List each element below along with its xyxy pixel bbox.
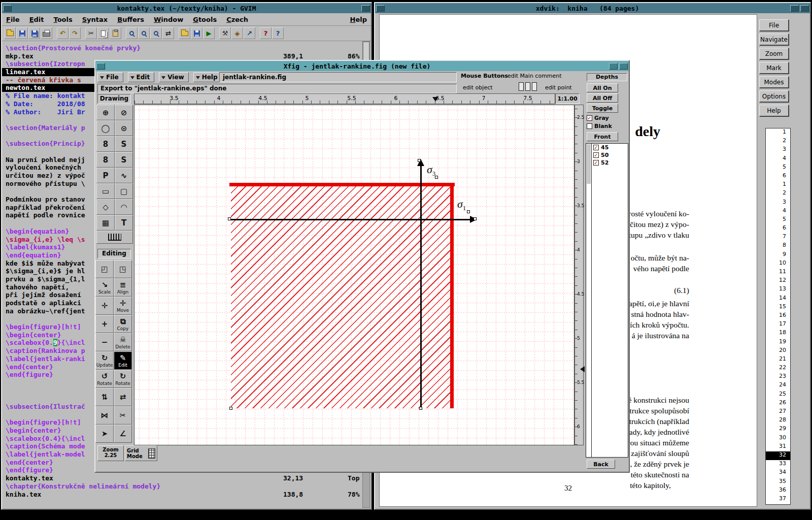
xfig-menu-help[interactable]: Help [193, 72, 222, 82]
gvim-toolbar-save-session-button[interactable] [191, 27, 202, 39]
gvim-toolbar-jump-tag-button[interactable]: ↗ [244, 27, 255, 39]
page-list-item[interactable]: 8 [766, 242, 790, 250]
depth-list-item[interactable]: ✓50 [593, 151, 628, 159]
tool-polyline[interactable]: ∿ [115, 168, 133, 183]
maximize-button[interactable] [361, 5, 370, 12]
gvim-menu-file[interactable]: File [6, 16, 20, 23]
page-list-item[interactable]: 35 [766, 478, 790, 486]
gvim-toolbar-save-button[interactable] [16, 27, 28, 39]
page-list-item[interactable]: 29 [766, 425, 790, 434]
gvim-toolbar-find-prev-button[interactable] [150, 27, 162, 39]
gvim-toolbar-find-next-button[interactable] [138, 27, 150, 39]
tool-convert[interactable]: ⋈ [95, 406, 114, 425]
gvim-toolbar-paste-button[interactable] [110, 27, 121, 39]
page-list-item[interactable]: 27 [766, 408, 790, 416]
gvim-toolbar-build-tags-button[interactable]: ◈ [231, 27, 243, 39]
page-list-item[interactable]: 18 [766, 329, 790, 338]
page-list-item[interactable]: 34 [766, 469, 790, 477]
tool-closed-interp-spline[interactable]: 8 [96, 152, 115, 168]
gvim-menu-edit[interactable]: Edit [29, 16, 44, 23]
gvim-toolbar-redo-button[interactable]: ↷ [69, 27, 81, 39]
page-list-item[interactable]: 15 [766, 303, 790, 312]
page-list-item[interactable]: 20 [766, 347, 790, 355]
gvim-toolbar-find-button[interactable] [126, 27, 138, 39]
tool-scale[interactable]: ↘Scale [95, 278, 114, 297]
window-menu-button[interactable] [3, 5, 12, 12]
page-list-item[interactable]: 7 [766, 233, 790, 242]
tool-tangent[interactable]: ∠ [114, 425, 132, 443]
page-list-item[interactable]: 6 [766, 224, 790, 233]
tool-polygon[interactable]: P [96, 168, 115, 183]
page-list-item[interactable]: 1 [766, 181, 790, 189]
depth-list-item[interactable]: ✓45 [593, 144, 628, 151]
depths-blank-checkbox[interactable]: Blank [587, 122, 612, 130]
xdvi-titlebar[interactable]: xdvik: kniha (84 pages) [375, 3, 810, 13]
xdvi-zoom-button[interactable]: Zoom [759, 48, 789, 59]
page-list-item[interactable]: 12 [766, 277, 790, 285]
tool-ellipse-by-radius[interactable]: ◯ [96, 120, 115, 136]
depths-all-off-button[interactable]: All Off [587, 93, 618, 103]
page-list-item[interactable]: 6 [766, 172, 790, 181]
page-list-item[interactable]: 4 [766, 155, 790, 164]
tool-copy[interactable]: ⧉Copy [114, 315, 132, 333]
gvim-titlebar[interactable]: kontakty.tex (~/texty/kniha) - GVIM [2, 3, 371, 13]
front-button[interactable]: Front [587, 132, 618, 141]
tool-open-compound[interactable]: ◳ [114, 260, 132, 278]
page-list-item[interactable]: 3 [766, 199, 790, 207]
tool-align[interactable]: ≡Align [114, 278, 132, 297]
page-list-item[interactable]: 9 [766, 251, 790, 259]
tool-circle-by-radius[interactable]: ⊕ [96, 105, 115, 120]
tool-move[interactable]: ✛Move [114, 297, 132, 315]
tool-closed-spline[interactable]: 8 [96, 136, 115, 152]
iconify-button[interactable] [609, 63, 618, 70]
gvim-toolbar-save-all-button[interactable] [28, 27, 40, 39]
page-list-item[interactable]: 21 [766, 355, 790, 364]
gvim-menu-buffers[interactable]: Buffers [117, 16, 144, 23]
gvim-toolbar-load-session-button[interactable] [179, 27, 190, 39]
xfig-canvas[interactable]: σ3 σ1 [134, 105, 574, 445]
tool-box[interactable]: ▭ [96, 183, 115, 199]
depth-list-scrollbar[interactable] [586, 144, 592, 457]
tool-rotate-cw[interactable]: ↻Rotate [114, 370, 132, 388]
zoom-control[interactable]: Zoom 2.25 [97, 445, 124, 461]
page-list-item[interactable]: 17 [766, 320, 790, 329]
tool-add-arrow[interactable]: ➤ [95, 425, 114, 443]
page-list[interactable]: 1234561234567891011121314151617181920212… [765, 128, 791, 505]
back-button[interactable]: Back [587, 460, 615, 469]
tool-flip-vertical[interactable]: ⇅ [95, 388, 114, 406]
tool-arc[interactable]: ◠ [115, 199, 133, 215]
gvim-toolbar-make-button[interactable]: ⚒ [219, 27, 231, 39]
tool-picture[interactable]: ▦ [96, 215, 115, 231]
page-list-item[interactable]: 5 [766, 216, 790, 224]
page-list-item[interactable]: 22 [766, 364, 790, 373]
gvim-toolbar-cut-button[interactable]: ✂ [85, 27, 97, 39]
tool-regular-polygon[interactable]: ◇ [96, 199, 115, 215]
maximize-button[interactable] [619, 63, 628, 70]
tool-delete-point[interactable]: − [95, 333, 114, 351]
tool-chop[interactable]: ✂ [114, 406, 132, 425]
tool-circle-by-diameter[interactable]: ⊘ [115, 105, 133, 120]
page-list-item[interactable]: 16 [766, 312, 790, 320]
maximize-button[interactable] [800, 5, 809, 12]
gvim-toolbar-find-help-button[interactable]: ? [272, 27, 284, 39]
gvim-menu-syntax[interactable]: Syntax [82, 16, 108, 23]
iconify-button[interactable] [790, 5, 799, 12]
grid-mode-control[interactable]: Grid Mode [125, 445, 157, 461]
tool-delete[interactable]: ☠Delete [114, 333, 132, 351]
xdvi-options-button[interactable]: Options [759, 90, 789, 102]
depths-gray-checkbox[interactable]: ✓Gray [587, 114, 609, 122]
tool-arc-box[interactable]: ▢ [115, 183, 133, 199]
page-list-item[interactable]: 32 [766, 451, 790, 460]
page-list-item[interactable]: 2 [766, 137, 790, 146]
gvim-toolbar-copy-button[interactable] [97, 27, 109, 39]
xfig-menu-edit[interactable]: Edit [128, 72, 155, 82]
depths-toggle-button[interactable]: Toggle [587, 104, 618, 113]
xdvi-navigate-button[interactable]: Navigate [759, 34, 789, 45]
page-list-item[interactable]: 13 [766, 285, 790, 294]
page-list-item[interactable]: 28 [766, 416, 790, 425]
page-list-item[interactable]: 5 [766, 164, 790, 172]
tool-text[interactable]: T [115, 215, 133, 231]
tool-add-point[interactable]: + [95, 315, 114, 333]
page-list-item[interactable]: 25 [766, 391, 790, 399]
tool-move-point[interactable]: ✛ [95, 297, 114, 315]
